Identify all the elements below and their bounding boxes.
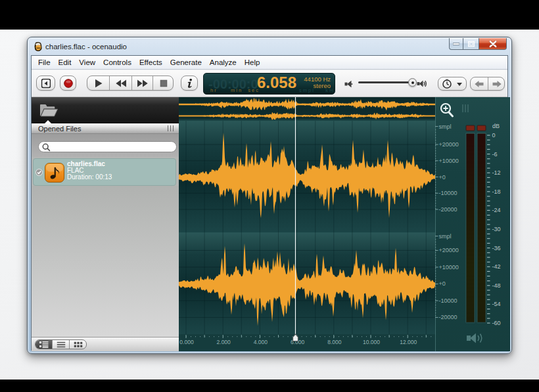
svg-text:-12: -12	[492, 169, 501, 176]
svg-text:8.000: 8.000	[327, 339, 342, 345]
svg-text:+10000: +10000	[439, 158, 459, 164]
svg-text:10.000: 10.000	[363, 339, 380, 345]
svg-text:-10000: -10000	[439, 190, 457, 196]
svg-text:-10000: -10000	[439, 297, 457, 304]
svg-text:+20000: +20000	[439, 247, 459, 253]
svg-text:+20000: +20000	[439, 141, 459, 148]
svg-text:+10000: +10000	[439, 264, 459, 271]
svg-text:-36: -36	[492, 245, 501, 251]
svg-text:-24: -24	[492, 207, 501, 213]
svg-text:-42: -42	[492, 263, 501, 270]
svg-text:-20000: -20000	[439, 314, 457, 320]
svg-text:-6: -6	[492, 151, 498, 158]
svg-text:0.000: 0.000	[179, 339, 194, 345]
svg-text:2.000: 2.000	[217, 339, 231, 345]
svg-text:-30: -30	[492, 226, 501, 232]
svg-text:-20000: -20000	[439, 206, 457, 213]
svg-text:-18: -18	[492, 188, 501, 195]
svg-text:12.000: 12.000	[400, 339, 417, 345]
svg-text:+0: +0	[439, 280, 446, 287]
svg-text:smpl: smpl	[439, 233, 452, 240]
svg-text:dB: dB	[492, 123, 500, 129]
svg-text:+0: +0	[439, 174, 446, 181]
svg-text:-60: -60	[492, 320, 501, 326]
svg-text:0: 0	[492, 132, 496, 139]
svg-text:-48: -48	[492, 282, 501, 289]
svg-text:4.000: 4.000	[254, 339, 268, 345]
svg-text:-54: -54	[492, 301, 501, 307]
svg-text:smpl: smpl	[439, 123, 452, 130]
